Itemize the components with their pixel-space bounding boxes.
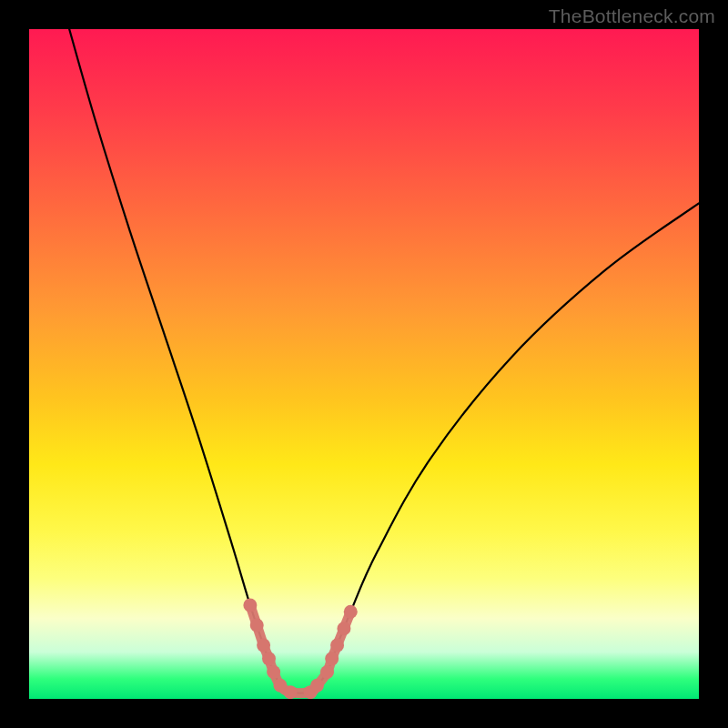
trough-point: [344, 605, 358, 619]
trough-point: [337, 622, 350, 635]
trough-point: [243, 598, 257, 612]
trough-highlight-layer: [243, 598, 357, 699]
trough-point: [250, 619, 264, 632]
watermark-text: TheBottleneck.com: [549, 5, 715, 27]
curve-layer: [69, 29, 699, 693]
trough-point: [267, 665, 280, 679]
trough-point: [262, 652, 276, 665]
series-right-branch: [317, 203, 699, 685]
trough-point: [257, 639, 270, 652]
trough-point: [325, 652, 339, 665]
trough-point: [320, 665, 334, 679]
trough-point: [330, 639, 344, 652]
trough-point: [310, 679, 324, 693]
series-left-branch: [69, 29, 280, 685]
chart-frame: [29, 29, 699, 699]
trough-point: [284, 685, 298, 699]
chart-svg: [29, 29, 699, 699]
